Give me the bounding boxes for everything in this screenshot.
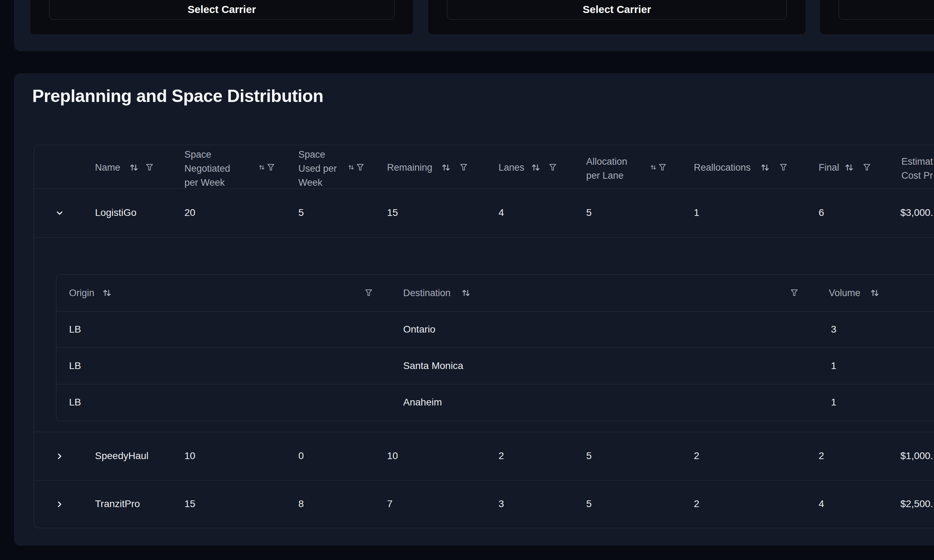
cell-estimated-cost: $1,000.: [900, 449, 933, 462]
cell-remaining: 7: [387, 498, 393, 510]
cell-name: SpeedyHaul: [95, 449, 149, 462]
cell-origin: LB: [69, 323, 81, 336]
section-title: Preplanning and Space Distribution: [32, 84, 323, 108]
cell-destination: Santa Monica: [403, 360, 463, 372]
cell-space-used: 0: [298, 449, 304, 462]
cell-allocation-per-lane: 5: [586, 206, 592, 219]
sort-icon[interactable]: [441, 162, 451, 173]
cell-reallocations: 2: [694, 498, 700, 510]
sort-icon[interactable]: [129, 162, 139, 173]
cell-volume: 1: [831, 396, 837, 409]
cell-space-used: 8: [298, 498, 304, 510]
cell-final: 2: [818, 449, 824, 462]
column-header-space-used[interactable]: Space Used per Week: [298, 148, 337, 189]
column-header-final[interactable]: Final: [818, 161, 839, 174]
sort-icon[interactable]: [461, 288, 471, 298]
cell-lanes: 2: [499, 449, 504, 462]
sort-icon[interactable]: [650, 164, 657, 171]
cell-estimated-cost: $2,500.: [900, 498, 933, 510]
column-header-allocation-per-lane[interactable]: Allocation per Lane: [586, 155, 627, 183]
carrier-card: Select Carrier: [819, 0, 934, 35]
sort-icon[interactable]: [760, 162, 770, 173]
cell-volume: 3: [831, 323, 837, 336]
filter-icon[interactable]: [145, 163, 154, 172]
carriers-panel: Select Carrier Select Carrier Select Car…: [14, 0, 934, 51]
column-header-origin[interactable]: Origin: [69, 287, 94, 299]
row-separator: [34, 480, 934, 480]
lane-details-table: Origin Destination Volume: [56, 274, 934, 421]
sort-icon[interactable]: [258, 164, 265, 171]
carrier-card: Select Carrier: [30, 0, 414, 35]
cell-lanes: 3: [499, 498, 504, 510]
cell-remaining: 10: [387, 449, 398, 462]
row-separator: [57, 384, 934, 385]
app-screen: Select Carrier Select Carrier Select Car…: [0, 0, 934, 560]
sort-icon[interactable]: [102, 288, 112, 298]
cell-name: TranzitPro: [95, 498, 140, 510]
cell-final: 6: [818, 206, 824, 219]
cell-remaining: 15: [387, 206, 398, 219]
column-header-remaining[interactable]: Remaining: [387, 161, 432, 174]
column-header-name[interactable]: Name: [95, 161, 120, 174]
filter-icon[interactable]: [658, 163, 667, 172]
row-separator: [34, 189, 934, 189]
row-separator: [34, 432, 934, 432]
preplanning-table: Name Space Negotiated per Week Space Use…: [34, 145, 934, 528]
cell-volume: 1: [831, 360, 837, 372]
cell-origin: LB: [69, 360, 81, 372]
column-header-volume[interactable]: Volume: [829, 287, 860, 299]
cell-destination: Anaheim: [403, 396, 442, 409]
expand-row-chevron-right-icon[interactable]: [55, 452, 64, 461]
cell-allocation-per-lane: 5: [586, 498, 592, 510]
column-header-lanes[interactable]: Lanes: [499, 161, 524, 174]
cell-lanes: 4: [499, 206, 504, 219]
row-separator: [34, 237, 934, 238]
expand-row-chevron-right-icon[interactable]: [55, 500, 64, 509]
filter-icon[interactable]: [779, 163, 788, 172]
select-carrier-button[interactable]: Select Carrier: [838, 0, 934, 20]
cell-final: 4: [818, 498, 824, 510]
select-carrier-button-label: Select Carrier: [188, 3, 256, 16]
cell-name: LogistiGo: [95, 206, 136, 219]
select-carrier-button[interactable]: Select Carrier: [447, 0, 787, 20]
preplanning-panel: Preplanning and Space Distribution Name …: [14, 73, 934, 546]
sort-icon[interactable]: [530, 162, 541, 173]
carrier-card: Select Carrier: [428, 0, 806, 35]
sort-icon[interactable]: [347, 164, 355, 171]
cell-reallocations: 2: [694, 449, 700, 462]
filter-icon[interactable]: [862, 163, 872, 172]
select-carrier-button-label: Select Carrier: [583, 3, 651, 16]
cell-destination: Ontario: [403, 323, 435, 336]
cell-space-used: 5: [298, 206, 304, 219]
filter-icon[interactable]: [548, 163, 558, 172]
collapse-row-chevron-down-icon[interactable]: [55, 209, 64, 218]
cell-space-negotiated: 15: [184, 498, 195, 510]
cell-space-negotiated: 20: [184, 206, 195, 219]
cell-estimated-cost: $3,000.: [900, 206, 933, 219]
select-carrier-button[interactable]: Select Carrier: [49, 0, 395, 20]
filter-icon[interactable]: [364, 288, 373, 297]
column-header-estimated-cost[interactable]: Estimat Cost Pr: [902, 155, 933, 183]
cell-origin: LB: [69, 396, 81, 409]
sort-icon[interactable]: [844, 162, 854, 173]
row-separator: [57, 311, 934, 312]
filter-icon[interactable]: [356, 163, 365, 172]
column-header-destination[interactable]: Destination: [403, 287, 450, 299]
cell-space-negotiated: 10: [184, 449, 195, 462]
column-header-space-negotiated[interactable]: Space Negotiated per Week: [184, 148, 230, 189]
cell-allocation-per-lane: 5: [586, 449, 592, 462]
cell-reallocations: 1: [694, 206, 700, 219]
column-header-reallocations[interactable]: Reallocations: [694, 161, 751, 174]
filter-icon[interactable]: [459, 163, 469, 172]
row-separator: [57, 348, 934, 348]
filter-icon[interactable]: [789, 288, 799, 297]
sort-icon[interactable]: [869, 288, 880, 298]
filter-icon[interactable]: [266, 163, 276, 172]
